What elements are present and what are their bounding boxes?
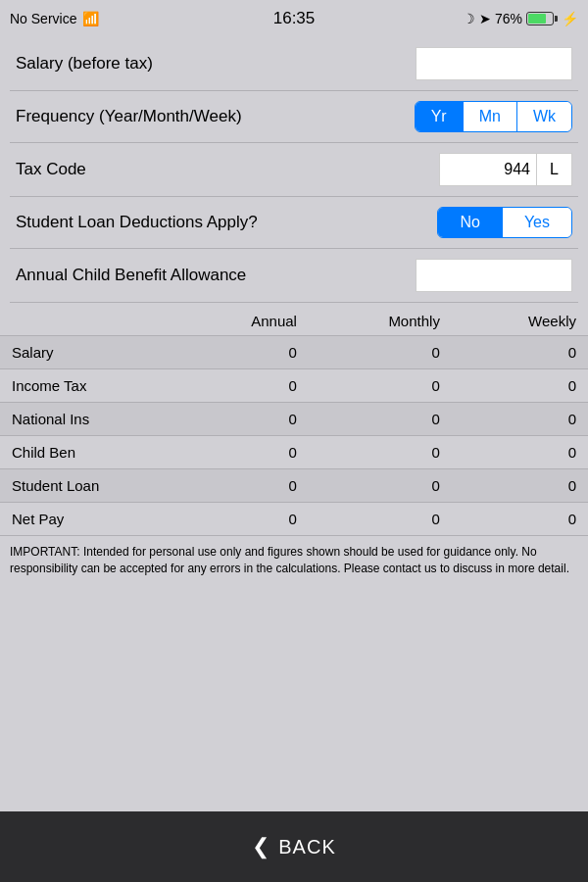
row-annual: 0 (176, 436, 309, 469)
salary-input[interactable] (416, 47, 572, 80)
col-header-label (0, 307, 176, 336)
freq-yr-button[interactable]: Yr (416, 102, 463, 131)
table-row: Income Tax 0 0 0 (0, 369, 588, 403)
salary-row: Salary (before tax) (10, 37, 578, 91)
freq-wk-button[interactable]: Wk (516, 102, 571, 131)
col-header-weekly: Weekly (452, 307, 588, 336)
student-loan-segmented: No Yes (437, 207, 572, 238)
wifi-icon: 📶 (82, 11, 99, 26)
row-annual: 0 (176, 403, 309, 436)
row-label: Income Tax (0, 369, 176, 403)
location-icon: ➤ (479, 11, 491, 26)
status-right: ☽ ➤ 76% ⚡ (463, 11, 578, 26)
no-service-text: No Service (10, 11, 76, 26)
row-weekly: 0 (452, 403, 588, 436)
row-monthly: 0 (309, 436, 452, 469)
row-annual: 0 (176, 336, 309, 369)
child-benefit-row: Annual Child Benefit Allowance (10, 249, 578, 303)
row-weekly: 0 (452, 336, 588, 369)
row-monthly: 0 (309, 369, 452, 403)
row-weekly: 0 (452, 469, 588, 503)
row-label: Student Loan (0, 469, 176, 503)
tax-code-row: Tax Code (10, 143, 578, 197)
tax-code-label: Tax Code (16, 160, 86, 179)
frequency-row: Frequency (Year/Month/Week) Yr Mn Wk (10, 91, 578, 143)
table-row: Student Loan 0 0 0 (0, 469, 588, 503)
salary-label: Salary (before tax) (16, 54, 153, 74)
row-annual: 0 (176, 369, 309, 403)
tax-code-letter-input[interactable] (537, 153, 572, 186)
tax-code-control (439, 153, 572, 186)
freq-mn-button[interactable]: Mn (463, 102, 516, 131)
row-label: Salary (0, 336, 176, 369)
row-weekly: 0 (452, 503, 588, 536)
row-monthly: 0 (309, 503, 452, 536)
disclaimer-text: IMPORTANT: Intended for personal use onl… (10, 545, 569, 575)
student-loan-label: Student Loan Deductions Apply? (16, 213, 258, 232)
clock: 16:35 (273, 9, 316, 28)
child-benefit-label: Annual Child Benefit Allowance (16, 266, 246, 285)
child-benefit-input[interactable] (416, 259, 572, 292)
table-row: Child Ben 0 0 0 (0, 436, 588, 469)
row-weekly: 0 (452, 436, 588, 469)
back-button[interactable]: ❮ BACK (0, 811, 588, 882)
row-label: Net Pay (0, 503, 176, 536)
student-loan-yes-button[interactable]: Yes (502, 208, 571, 237)
table-row: National Ins 0 0 0 (0, 403, 588, 436)
row-annual: 0 (176, 503, 309, 536)
status-bar: No Service 📶 16:35 ☽ ➤ 76% ⚡ (0, 0, 588, 37)
status-left: No Service 📶 (10, 11, 99, 26)
student-loan-row: Student Loan Deductions Apply? No Yes (10, 197, 578, 249)
tax-code-number-input[interactable] (439, 153, 537, 186)
row-monthly: 0 (309, 403, 452, 436)
disclaimer: IMPORTANT: Intended for personal use onl… (0, 536, 588, 585)
frequency-label: Frequency (Year/Month/Week) (16, 107, 242, 126)
form-section: Salary (before tax) Frequency (Year/Mont… (0, 37, 588, 303)
row-annual: 0 (176, 469, 309, 503)
row-monthly: 0 (309, 469, 452, 503)
col-header-monthly: Monthly (309, 307, 452, 336)
student-loan-no-button[interactable]: No (438, 208, 501, 237)
col-header-annual: Annual (176, 307, 309, 336)
row-monthly: 0 (309, 336, 452, 369)
frequency-segmented: Yr Mn Wk (415, 101, 572, 132)
row-weekly: 0 (452, 369, 588, 403)
battery-icon (526, 12, 558, 25)
moon-icon: ☽ (463, 11, 475, 26)
results-table: Annual Monthly Weekly Salary 0 0 0 Incom… (0, 307, 588, 536)
back-chevron-icon: ❮ (252, 834, 270, 859)
table-row: Salary 0 0 0 (0, 336, 588, 369)
battery-percent: 76% (495, 11, 522, 26)
back-label-text: BACK (278, 836, 335, 858)
row-label: National Ins (0, 403, 176, 436)
bolt-icon: ⚡ (562, 11, 578, 26)
row-label: Child Ben (0, 436, 176, 469)
table-row: Net Pay 0 0 0 (0, 503, 588, 536)
